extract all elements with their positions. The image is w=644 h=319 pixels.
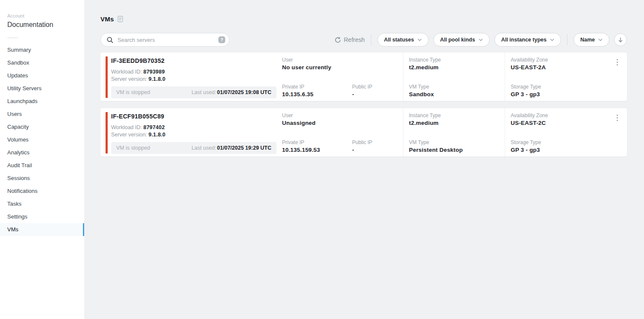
user-label: User	[282, 57, 403, 63]
sidebar-item-sessions[interactable]: Sessions	[0, 172, 84, 185]
private-ip-field: Private IP 10.135.159.53	[282, 139, 352, 153]
status-stripe	[106, 56, 108, 98]
toolbar-controls: Refresh All statuses All pool kinds All …	[335, 33, 627, 47]
vm-meta: Workload ID: 8793989 Server version: 9.1…	[111, 68, 276, 83]
refresh-button[interactable]: Refresh	[335, 36, 365, 43]
vm-instance-column: Instance Type t2.medium VM Type Persiste…	[403, 108, 505, 157]
server-version-label: Server version:	[111, 76, 147, 82]
sidebar-item-users[interactable]: Users	[0, 108, 84, 121]
sidebar-item-summary[interactable]: Summary	[0, 44, 84, 56]
user-value: No user currently	[282, 64, 403, 71]
toolbar-divider	[371, 34, 371, 45]
availability-zone-field: Availability Zone US-EAST-2C	[511, 112, 607, 126]
search-input[interactable]	[118, 37, 215, 43]
last-used-value: 01/07/2025 19:08 UTC	[217, 89, 271, 95]
pool-kind-filter-dropdown[interactable]: All pool kinds	[433, 33, 490, 47]
workload-id-label: Workload ID:	[111, 69, 142, 75]
user-field: User No user currently	[282, 57, 403, 71]
instance-type-label: Instance Type	[409, 112, 505, 118]
vm-card: IF-ECF91B055C89 Workload ID: 8797402 Ser…	[100, 108, 627, 157]
sidebar-item-notifications[interactable]: Notifications	[0, 185, 84, 198]
workload-id-value: 8797402	[144, 124, 165, 130]
vm-status-text: VM is stopped	[116, 89, 150, 95]
vm-identity-column: IF-3EEDD9B70352 Workload ID: 8793989 Ser…	[100, 53, 276, 101]
storage-type-value: GP 3 - gp3	[511, 91, 541, 97]
vm-name: IF-ECF91B055C89	[111, 113, 276, 120]
sidebar-item-settings[interactable]: Settings	[0, 210, 84, 223]
search-icon	[106, 36, 114, 44]
availability-zone-value: US-EAST-2C	[511, 120, 607, 126]
last-used-label: Last used:	[191, 145, 216, 151]
vm-meta: Workload ID: 8797402 Server version: 9.1…	[111, 124, 276, 139]
vm-actions-menu-button[interactable]	[607, 53, 627, 101]
public-ip-field: Public IP -	[352, 84, 372, 97]
sidebar-item-tasks[interactable]: Tasks	[0, 198, 84, 210]
sidebar-item-utility-servers[interactable]: Utility Servers	[0, 82, 84, 95]
user-value: Unassigned	[282, 120, 403, 126]
sort-direction-button[interactable]	[614, 33, 627, 46]
vm-status-bar: VM is stopped Last used:01/07/2025 19:08…	[111, 86, 276, 98]
toolbar-divider	[567, 34, 568, 45]
instance-type-label: Instance Type	[409, 57, 505, 63]
vm-type-value: Persistent Desktop	[409, 147, 463, 153]
sort-by-dropdown[interactable]: Name	[573, 33, 609, 47]
last-used-label: Last used:	[191, 89, 216, 95]
vm-zone-column: Availability Zone US-EAST-2C Storage Typ…	[505, 108, 607, 157]
vm-status-text: VM is stopped	[116, 145, 150, 151]
chevron-down-icon	[550, 38, 554, 41]
instance-type-field: Instance Type t2.medium	[409, 57, 505, 71]
sidebar-nav: Summary Sandbox Updates Utility Servers …	[0, 44, 84, 236]
sort-by-label: Name	[580, 37, 595, 43]
sidebar-item-vms[interactable]: VMs	[0, 223, 84, 236]
sidebar: Account Documentation Summary Sandbox Up…	[0, 0, 84, 319]
instance-type-value: t2.medium	[409, 120, 505, 126]
public-ip-value: -	[352, 91, 372, 97]
public-ip-label: Public IP	[352, 139, 372, 145]
kebab-icon	[617, 59, 618, 65]
availability-zone-field: Availability Zone US-EAST-2A	[511, 57, 607, 71]
status-filter-dropdown[interactable]: All statuses	[377, 33, 429, 47]
chevron-down-icon	[479, 38, 483, 41]
search-help-icon[interactable]: ?	[218, 36, 225, 43]
availability-zone-label: Availability Zone	[511, 112, 607, 118]
sidebar-item-capacity[interactable]: Capacity	[0, 121, 84, 133]
private-ip-value: 10.135.159.53	[282, 147, 352, 153]
refresh-label: Refresh	[344, 36, 365, 43]
vm-user-column: User Unassigned Private IP 10.135.159.53…	[276, 108, 403, 157]
status-filter-label: All statuses	[384, 37, 414, 43]
sidebar-item-updates[interactable]: Updates	[0, 69, 84, 82]
server-version-value: 9.1.8.0	[149, 132, 166, 138]
refresh-icon	[335, 37, 341, 43]
public-ip-value: -	[352, 147, 372, 153]
sidebar-divider	[7, 38, 18, 38]
instance-type-filter-dropdown[interactable]: All instance types	[494, 33, 561, 47]
workload-id-value: 8793989	[144, 69, 165, 75]
sidebar-item-analytics[interactable]: Analytics	[0, 146, 84, 159]
private-ip-field: Private IP 10.135.6.35	[282, 84, 352, 97]
availability-zone-label: Availability Zone	[511, 57, 607, 63]
private-ip-label: Private IP	[282, 84, 352, 90]
vm-name: IF-3EEDD9B70352	[111, 57, 276, 64]
sidebar-item-audit-trail[interactable]: Audit Trail	[0, 159, 84, 172]
private-ip-label: Private IP	[282, 139, 352, 145]
page-header: VMs	[100, 15, 627, 23]
storage-type-field: Storage Type GP 3 - gp3	[511, 139, 541, 153]
vm-actions-menu-button[interactable]	[607, 108, 627, 157]
sidebar-item-vms-label: VMs	[7, 226, 18, 233]
vm-type-label: VM Type	[409, 139, 463, 145]
user-label: User	[282, 112, 403, 118]
vm-list: IF-3EEDD9B70352 Workload ID: 8793989 Ser…	[100, 53, 627, 157]
vm-instance-column: Instance Type t2.medium VM Type Sandbox	[403, 53, 505, 101]
arrow-down-icon	[618, 37, 623, 43]
sidebar-item-launchpads[interactable]: Launchpads	[0, 95, 84, 108]
chevron-down-icon	[598, 38, 603, 41]
sidebar-item-volumes[interactable]: Volumes	[0, 133, 84, 146]
document-icon	[118, 16, 123, 22]
storage-type-value: GP 3 - gp3	[511, 147, 541, 153]
sidebar-item-sandbox[interactable]: Sandbox	[0, 56, 84, 69]
toolbar: ? Refresh All statuses All pool kinds	[100, 33, 627, 47]
search-box[interactable]: ?	[100, 33, 229, 47]
active-indicator-bar	[83, 223, 84, 236]
storage-type-label: Storage Type	[511, 139, 541, 145]
account-label: Account	[7, 13, 84, 18]
